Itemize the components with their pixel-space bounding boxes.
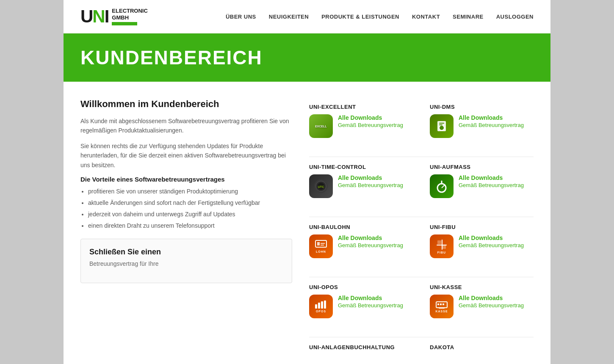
advantage-item: profitieren Sie von unserer ständigen Pr…: [88, 187, 292, 196]
product-item-fibu: FIBU Alle Downloads Gemäß Betreuungsvert…: [430, 234, 527, 258]
product-section-baulohn: UNI-BAULOHN LOHN: [309, 219, 421, 275]
contract-box: Schließen Sie einen Betreuungsvertrag fü…: [80, 239, 292, 283]
icon-inner: EXCELL: [309, 114, 333, 138]
main-nav: ÜBER UNS NEUIGKEITEN PRODUKTE & LEISTUNG…: [226, 14, 534, 20]
nav-produkte[interactable]: PRODUKTE & LEISTUNGEN: [321, 14, 399, 20]
product-title-excellent: UNI-EXCELLENT: [309, 104, 415, 110]
products-grid: UNI-EXCELLENT EXCELL Alle Downloads Gemä…: [309, 99, 534, 363]
product-links-kasse: Alle Downloads Gemäß Betreuungsvertrag: [459, 295, 524, 309]
product-links-opos: Alle Downloads Gemäß Betreuungsvertrag: [338, 295, 403, 309]
product-section-excellent: UNI-EXCELLENT EXCELL Alle Downloads Gemä…: [309, 99, 421, 155]
product-title-fibu: UNI-FIBU: [430, 224, 527, 230]
svg-rect-20: [318, 303, 320, 309]
product-title-kasse: UNI-KASSE: [430, 284, 527, 290]
product-links-utc: Alle Downloads Gemäß Betreuungsvertrag: [338, 174, 403, 188]
svg-rect-2: [439, 123, 444, 124]
advantages-list: profitieren Sie von unserer ständigen Pr…: [88, 187, 292, 230]
logo-i: I: [105, 6, 109, 26]
gemass-aufmass: Gemäß Betreuungsvertrag: [459, 182, 524, 188]
gemass-excellent: Gemäß Betreuungsvertrag: [338, 122, 403, 128]
product-title-utc: UNI-TIME-CONTROL: [309, 164, 415, 170]
contract-heading: Schließen Sie einen: [89, 248, 283, 256]
product-item-utc: UTC Alle Downloads Gemäß Betreuungsvertr…: [309, 174, 415, 198]
advantage-item: einen direkten Draht zu unserem Telefons…: [88, 221, 292, 230]
nav-uber-uns[interactable]: ÜBER UNS: [226, 14, 256, 20]
product-item-opos: OPOS Alle Downloads Gemäß Betreuungsvert…: [309, 295, 415, 318]
product-icon-opos: OPOS: [309, 295, 333, 318]
product-icon-aufmass: [430, 174, 454, 198]
svg-rect-14: [321, 245, 324, 245]
svg-rect-26: [443, 303, 444, 305]
page-wrapper: UNI ELECTRONIC GMBH ÜBER UNS NEUIGKEITEN…: [64, 0, 550, 364]
green-banner: KUNDENBEREICH: [64, 33, 550, 82]
advantages-heading: Die Vorteile eines Softwarebetreuungsver…: [80, 176, 292, 183]
svg-rect-13: [321, 243, 325, 244]
nav-seminare[interactable]: SEMINARE: [453, 14, 484, 20]
nav-kontakt[interactable]: KONTAKT: [412, 14, 440, 20]
gemass-fibu: Gemäß Betreuungsvertrag: [459, 242, 524, 248]
gemass-kasse: Gemäß Betreuungsvertrag: [459, 302, 524, 309]
svg-rect-22: [324, 301, 326, 309]
product-title-opos: UNI-OPOS: [309, 284, 415, 290]
gemass-baulohn: Gemäß Betreuungsvertrag: [338, 242, 403, 248]
product-section-kasse: UNI-KASSE KASSE: [421, 279, 534, 335]
product-title-dms: UNI-DMS: [430, 104, 527, 110]
product-section-utc: UNI-TIME-CONTROL UTC Alle Downloads: [309, 159, 421, 215]
nav-ausloggen[interactable]: AUSLOGGEN: [496, 14, 534, 20]
logo-u: U: [80, 6, 92, 26]
svg-rect-24: [437, 303, 439, 305]
product-links-excellent: Alle Downloads Gemäß Betreuungsvertrag: [338, 114, 403, 128]
company-name-line1: ELECTRONIC: [112, 8, 148, 14]
main-content: Willkommen im Kundenbereich Als Kunde mi…: [64, 82, 550, 364]
alle-downloads-fibu[interactable]: Alle Downloads: [459, 234, 524, 241]
alle-downloads-excellent[interactable]: Alle Downloads: [338, 114, 403, 121]
welcome-heading: Willkommen im Kundenbereich: [80, 99, 292, 110]
advantage-item: jederzeit von daheim und unterwegs Zugri…: [88, 210, 292, 219]
product-links-baulohn: Alle Downloads Gemäß Betreuungsvertrag: [338, 234, 403, 248]
product-section-opos: UNI-OPOS OPOS: [309, 279, 421, 335]
product-icon-utc: UTC: [309, 174, 333, 198]
svg-point-1: [439, 125, 444, 130]
logo-bar: [112, 22, 137, 25]
gemass-utc: Gemäß Betreuungsvertrag: [338, 182, 403, 188]
product-item-aufmass: Alle Downloads Gemäß Betreuungsvertrag: [430, 174, 527, 198]
alle-downloads-opos[interactable]: Alle Downloads: [338, 295, 403, 301]
svg-rect-12: [317, 242, 320, 245]
logo-n: N: [92, 6, 104, 26]
para1: Als Kunde mit abgeschlossenem Softwarebe…: [80, 116, 292, 135]
advantage-item: aktuelle Änderungen sind sofort nach der…: [88, 199, 292, 207]
alle-downloads-aufmass[interactable]: Alle Downloads: [459, 174, 524, 181]
product-section-aufmass: UNI-AUFMASS Alle Downloads Gemäß Betreuu…: [421, 159, 534, 215]
gemass-opos: Gemäß Betreuungsvertrag: [338, 302, 403, 309]
product-icon-kasse: KASSE: [430, 295, 454, 318]
product-section-fibu: UNI-FIBU FIBU: [421, 219, 534, 275]
product-title-dakota: DAKOTA: [430, 344, 527, 350]
company-name-line2: GMBH: [112, 14, 148, 21]
product-section-anlagenbuchhaltung: UNI-ANLAGENBUCHHALTUNG: [309, 339, 421, 363]
product-icon-fibu: FIBU: [430, 234, 454, 258]
logo: UNI ELECTRONIC GMBH: [80, 8, 148, 25]
banner-title: KUNDENBEREICH: [80, 46, 534, 69]
alle-downloads-baulohn[interactable]: Alle Downloads: [338, 234, 403, 241]
svg-rect-18: [442, 245, 446, 249]
nav-neuigkeiten[interactable]: NEUIGKEITEN: [269, 14, 309, 20]
product-item-baulohn: LOHN Alle Downloads Gemäß Betreuungsvert…: [309, 234, 415, 258]
contract-subtext: Betreuungsvertrag für Ihre: [89, 259, 283, 268]
product-title-aufmass: UNI-AUFMASS: [430, 164, 527, 170]
left-column: Willkommen im Kundenbereich Als Kunde mi…: [80, 99, 292, 363]
logo-text: UNI: [80, 8, 108, 25]
alle-downloads-utc[interactable]: Alle Downloads: [338, 174, 403, 181]
product-links-fibu: Alle Downloads Gemäß Betreuungsvertrag: [459, 234, 524, 248]
product-icon-baulohn: LOHN: [309, 234, 333, 258]
product-title-anlagenbuchhaltung: UNI-ANLAGENBUCHHALTUNG: [309, 344, 415, 350]
product-item-dms: Alle Downloads Gemäß Betreuungsvertrag: [430, 114, 527, 138]
svg-rect-3: [439, 124, 443, 125]
product-item-excellent: EXCELL Alle Downloads Gemäß Betreuungsve…: [309, 114, 415, 138]
product-title-baulohn: UNI-BAULOHN: [309, 224, 415, 230]
alle-downloads-kasse[interactable]: Alle Downloads: [459, 295, 524, 301]
product-section-dakota: DAKOTA: [421, 339, 534, 363]
alle-downloads-dms[interactable]: Alle Downloads: [459, 114, 524, 121]
svg-rect-17: [437, 240, 441, 244]
svg-line-10: [442, 185, 445, 188]
svg-rect-27: [439, 308, 445, 309]
